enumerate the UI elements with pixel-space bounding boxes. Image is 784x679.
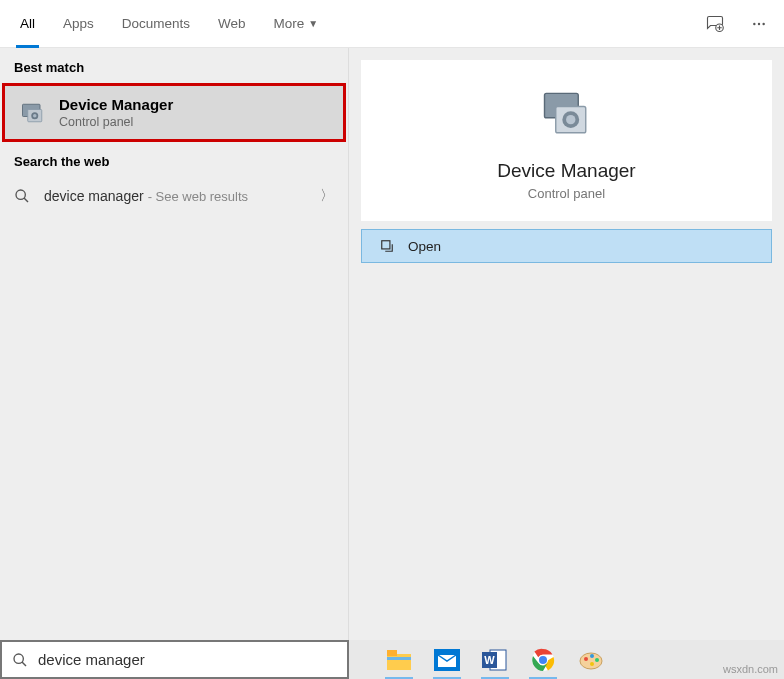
search-icon <box>14 188 38 204</box>
taskbar-search[interactable] <box>0 640 349 679</box>
svg-rect-14 <box>382 241 390 249</box>
svg-point-3 <box>762 23 764 25</box>
svg-point-2 <box>758 23 760 25</box>
best-match-text: Device Manager Control panel <box>59 96 173 129</box>
open-button[interactable]: Open <box>361 229 772 263</box>
preview-subtitle: Control panel <box>371 186 762 201</box>
svg-point-1 <box>753 23 755 25</box>
file-explorer-icon[interactable] <box>381 645 417 675</box>
search-web-header: Search the web <box>0 142 348 177</box>
svg-rect-18 <box>387 650 397 656</box>
svg-point-28 <box>584 657 588 661</box>
best-match-header: Best match <box>0 48 348 83</box>
tab-documents[interactable]: Documents <box>108 0 204 48</box>
svg-point-30 <box>595 658 599 662</box>
svg-line-16 <box>22 662 26 666</box>
taskbar: W <box>0 640 784 679</box>
preview-panel: Device Manager Control panel Open <box>349 48 784 640</box>
chrome-icon[interactable] <box>525 645 561 675</box>
tab-apps[interactable]: Apps <box>49 0 108 48</box>
main-area: Best match Device Manager Control panel … <box>0 48 784 640</box>
svg-point-31 <box>590 662 594 666</box>
chevron-down-icon: ▼ <box>308 18 318 29</box>
device-manager-icon <box>19 99 47 127</box>
filter-tabs: All Apps Documents Web More ▼ <box>0 0 784 48</box>
open-label: Open <box>408 239 441 254</box>
search-icon <box>12 652 28 668</box>
best-match-title: Device Manager <box>59 96 173 113</box>
results-panel: Best match Device Manager Control panel … <box>0 48 349 640</box>
mail-icon[interactable] <box>429 645 465 675</box>
best-match-result[interactable]: Device Manager Control panel <box>2 83 346 142</box>
taskbar-apps: W <box>349 640 609 679</box>
preview-card: Device Manager Control panel <box>361 60 772 221</box>
word-icon[interactable]: W <box>477 645 513 675</box>
tab-web[interactable]: Web <box>204 0 260 48</box>
paint-icon[interactable] <box>573 645 609 675</box>
preview-device-manager-icon <box>537 84 597 144</box>
web-hint-text: - See web results <box>148 189 248 204</box>
tab-all[interactable]: All <box>6 0 49 48</box>
preview-title: Device Manager <box>371 160 762 182</box>
tab-more[interactable]: More ▼ <box>260 0 333 48</box>
web-query-text: device manager <box>44 188 144 204</box>
svg-rect-17 <box>387 654 411 670</box>
tab-more-label: More <box>274 16 305 31</box>
best-match-subtitle: Control panel <box>59 115 173 129</box>
svg-point-8 <box>16 190 25 199</box>
svg-point-26 <box>539 656 547 664</box>
watermark: wsxdn.com <box>723 663 778 675</box>
svg-point-7 <box>33 113 37 117</box>
feedback-icon[interactable] <box>700 9 730 39</box>
chevron-right-icon: 〉 <box>320 187 334 205</box>
svg-point-13 <box>566 115 575 124</box>
web-search-result[interactable]: device manager - See web results 〉 <box>0 177 348 215</box>
svg-point-15 <box>14 654 23 663</box>
open-icon <box>380 239 394 253</box>
svg-text:W: W <box>484 654 495 666</box>
search-input[interactable] <box>38 651 337 668</box>
more-options-icon[interactable] <box>744 9 774 39</box>
svg-point-29 <box>590 654 594 658</box>
svg-line-9 <box>24 198 28 202</box>
svg-rect-19 <box>387 657 411 660</box>
